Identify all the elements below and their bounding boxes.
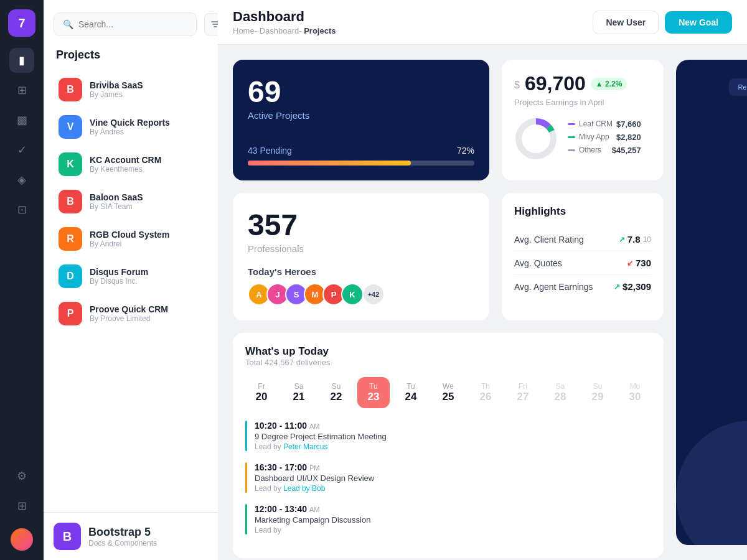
report-center-button[interactable]: Report Cecnter xyxy=(729,78,747,96)
earnings-subtitle: Projects Earnings in April xyxy=(514,98,651,107)
project-by: By James xyxy=(90,90,203,99)
event-lead: Lead by xyxy=(255,526,651,534)
user-avatar[interactable] xyxy=(11,528,33,551)
event-name: 9 Degree Project Estimation Meeting xyxy=(255,432,651,441)
donut-row: Leaf CRM $7,660 Mivy App $2,820 Others xyxy=(514,117,651,161)
content-area: 69 Active Projects 43 Pending 72% $ 69,7… xyxy=(218,45,747,560)
event-ampm: PM xyxy=(309,464,320,472)
calendar-day[interactable]: Tu 24 xyxy=(395,377,427,408)
earnings-badge: ▲ 2.2% xyxy=(591,78,627,90)
cal-day-name: Fr xyxy=(258,382,265,391)
calendar-day[interactable]: Sa 28 xyxy=(544,377,576,408)
main-column: 69 Active Projects 43 Pending 72% $ 69,7… xyxy=(233,60,664,545)
earnings-card: $ 69,700 ▲ 2.2% Projects Earnings in Apr… xyxy=(502,60,664,180)
heroes-section: Today's Heroes AJSMPK+42 xyxy=(248,266,474,306)
active-projects-card: 69 Active Projects 43 Pending 72% xyxy=(233,60,489,180)
calendar-day[interactable]: Sa 21 xyxy=(283,377,315,408)
nav-avatar[interactable]: 7 xyxy=(8,9,35,37)
nav-icon-dashboard[interactable]: ▮ xyxy=(9,48,34,73)
legend-leaf-crm: Leaf CRM xyxy=(579,119,613,128)
event-name: Marketing Campaign Discussion xyxy=(255,515,651,525)
event-content: 12:00 - 13:40 AM Marketing Campaign Disc… xyxy=(255,504,651,534)
filter-button[interactable] xyxy=(204,13,218,35)
nav-icon-chart[interactable]: ▩ xyxy=(9,108,34,133)
earnings-currency: $ xyxy=(514,80,520,91)
event-ampm: AM xyxy=(309,506,320,513)
event-line xyxy=(245,421,247,451)
highlights-title: Highlights xyxy=(514,205,651,218)
donut-chart xyxy=(514,117,558,161)
project-by: By Proove Limited xyxy=(90,314,203,323)
topbar: Dashboard Home- Dashboard- Projects New … xyxy=(218,0,747,45)
nav-icon-settings[interactable]: ⚙ xyxy=(9,464,34,488)
project-info: Proove Quick CRM By Proove Limited xyxy=(90,304,203,323)
project-name: Baloon SaaS xyxy=(90,192,203,202)
hl-quotes-label: Avg. Quotes xyxy=(514,258,562,268)
cal-day-name: Tu xyxy=(369,382,378,391)
event-lead: Lead by Peter Marcus xyxy=(255,442,651,451)
calendar-row: Fr 20 Sa 21 Su 22 Tu 23 Tu 24 We 25 Th 2… xyxy=(245,377,651,408)
calendar-day[interactable]: Tu 23 xyxy=(357,377,390,408)
breadcrumb-home[interactable]: Home- xyxy=(233,26,260,35)
project-item[interactable]: R RGB Cloud System By Andrei xyxy=(54,221,208,257)
project-name: Vine Quick Reports xyxy=(90,118,203,128)
topbar-left: Dashboard Home- Dashboard- Projects xyxy=(233,9,336,35)
project-item[interactable]: K KC Account CRM By Keenthemes xyxy=(54,146,208,182)
schedule-event: 16:30 - 17:00 PM Dashboard UI/UX Design … xyxy=(245,462,651,493)
event-time: 16:30 - 17:00 PM xyxy=(255,462,651,472)
breadcrumb-dashboard[interactable]: Dashboard- xyxy=(260,26,304,35)
bootstrap-card[interactable]: B Bootstrap 5 Docs & Components xyxy=(44,512,218,560)
new-user-button[interactable]: New User xyxy=(593,11,659,34)
search-icon: 🔍 xyxy=(63,19,73,29)
project-item[interactable]: D Disqus Forum By Disqus Inc. xyxy=(54,258,208,294)
nav-icon-grid[interactable]: ⊞ xyxy=(9,78,34,103)
calendar-day[interactable]: Fri 27 xyxy=(507,377,539,408)
legend-others-value: $45,257 xyxy=(612,146,641,155)
schedule-header: What's up Today Total 424,567 deliveries xyxy=(245,345,651,367)
event-line xyxy=(245,462,247,493)
schedule-event: 12:00 - 13:40 AM Marketing Campaign Disc… xyxy=(245,504,651,534)
highlights-card: Highlights Avg. Client Rating ↗ 7.8 10 A… xyxy=(502,193,664,320)
active-projects-label: Active Projects xyxy=(248,110,474,121)
project-item[interactable]: B Baloon SaaS By SIA Team xyxy=(54,184,208,220)
breadcrumb: Home- Dashboard- Projects xyxy=(233,26,336,35)
event-lead-link[interactable]: Lead by Bob xyxy=(283,484,325,493)
search-input[interactable] xyxy=(78,19,187,29)
cal-day-name: Sa xyxy=(294,382,304,391)
project-icon: B xyxy=(59,190,82,213)
bootstrap-label: Bootstrap 5 xyxy=(88,526,157,539)
progress-fill xyxy=(248,161,411,166)
calendar-day[interactable]: Su 22 xyxy=(320,377,352,408)
hl-earnings-label: Avg. Agent Earnings xyxy=(514,282,593,292)
professionals-count: 357 xyxy=(248,208,474,242)
nav-icon-box[interactable]: ⊡ xyxy=(9,197,34,222)
project-by: By Andrei xyxy=(90,240,203,248)
cal-day-num: 28 xyxy=(555,391,566,403)
bootstrap-icon: B xyxy=(54,523,81,550)
legend-others: Others xyxy=(579,146,608,154)
cal-day-name: We xyxy=(443,382,454,391)
cal-day-num: 22 xyxy=(331,391,342,403)
calendar-day[interactable]: Fr 20 xyxy=(245,377,278,408)
events-list: 10:20 - 11:00 AM 9 Degree Project Estima… xyxy=(245,421,651,534)
nav-icon-layers[interactable]: ◈ xyxy=(9,167,34,192)
calendar-day[interactable]: Mo 30 xyxy=(619,377,651,408)
project-item[interactable]: P Proove Quick CRM By Proove Limited xyxy=(54,296,208,332)
nav-icon-grid2[interactable]: ⊞ xyxy=(9,493,34,518)
project-name: KC Account CRM xyxy=(90,155,203,165)
calendar-day[interactable]: We 25 xyxy=(432,377,464,408)
highlight-row-quotes: Avg. Quotes ↙ 730 xyxy=(514,251,651,275)
cal-day-name: Su xyxy=(593,382,603,391)
new-goal-button[interactable]: New Goal xyxy=(665,11,732,34)
nav-icon-check[interactable]: ✓ xyxy=(9,138,34,162)
calendar-day[interactable]: Su 29 xyxy=(581,377,614,408)
project-item[interactable]: B Briviba SaaS By James xyxy=(54,72,208,108)
cal-day-name: Fri xyxy=(519,382,527,391)
main-area: Dashboard Home- Dashboard- Projects New … xyxy=(218,0,747,560)
calendar-day[interactable]: Th 26 xyxy=(469,377,502,408)
project-info: Disqus Forum By Disqus Inc. xyxy=(90,267,203,286)
legend-leaf-value: $7,660 xyxy=(616,119,641,129)
event-lead-link[interactable]: Peter Marcus xyxy=(283,442,327,451)
active-projects-count: 69 xyxy=(248,75,474,109)
project-item[interactable]: V Vine Quick Reports By Andres xyxy=(54,109,208,145)
